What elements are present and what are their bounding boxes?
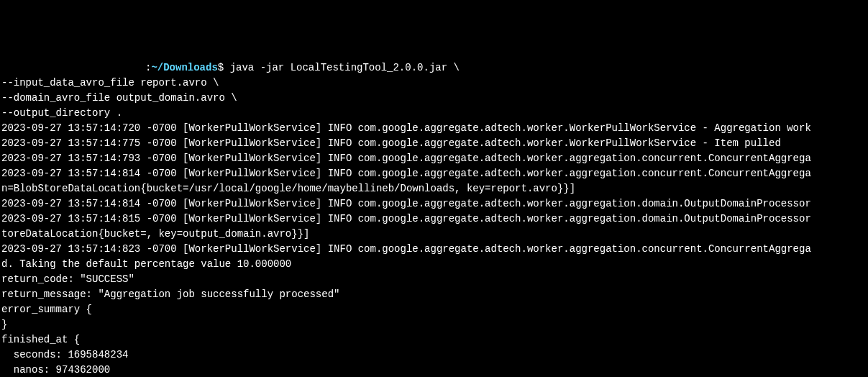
prompt-path: ~/Downloads — [151, 62, 217, 73]
log-line: nanos: 974362000 — [1, 364, 110, 376]
log-line: 2023-09-27 13:57:14:793 -0700 [WorkerPul… — [1, 153, 811, 164]
log-line: } — [1, 319, 7, 330]
prompt-symbol: $ — [218, 62, 224, 73]
command-line-4: --output_directory . — [1, 107, 122, 119]
log-line: 2023-09-27 13:57:14:720 -0700 [WorkerPul… — [1, 122, 811, 134]
log-line: 2023-09-27 13:57:14:823 -0700 [WorkerPul… — [1, 243, 811, 255]
command-line-3: --domain_avro_file output_domain.avro \ — [1, 92, 237, 104]
terminal-output[interactable]: :~/Downloads$ java -jar LocalTestingTool… — [1, 60, 867, 377]
log-line: 2023-09-27 13:57:14:815 -0700 [WorkerPul… — [1, 213, 811, 224]
log-line: error_summary { — [1, 304, 92, 315]
log-line: 2023-09-27 13:57:14:775 -0700 [WorkerPul… — [1, 137, 781, 149]
log-line: return_code: "SUCCESS" — [1, 273, 134, 285]
log-line: toreDataLocation{bucket=, key=output_dom… — [1, 228, 309, 240]
log-line: seconds: 1695848234 — [1, 349, 128, 360]
command-line-1: java -jar LocalTestingTool_2.0.0.jar \ — [224, 62, 460, 73]
log-line: finished_at { — [1, 334, 80, 345]
log-line: 2023-09-27 13:57:14:814 -0700 [WorkerPul… — [1, 168, 811, 179]
redacted-user-host — [1, 63, 145, 73]
log-line: d. Taking the default percentage value 1… — [1, 258, 291, 270]
command-line-2: --input_data_avro_file report.avro \ — [1, 77, 219, 88]
log-line: n=BlobStoreDataLocation{bucket=/usr/loca… — [1, 183, 575, 194]
log-line: return_message: "Aggregation job success… — [1, 289, 339, 300]
log-line: 2023-09-27 13:57:14:814 -0700 [WorkerPul… — [1, 198, 811, 209]
